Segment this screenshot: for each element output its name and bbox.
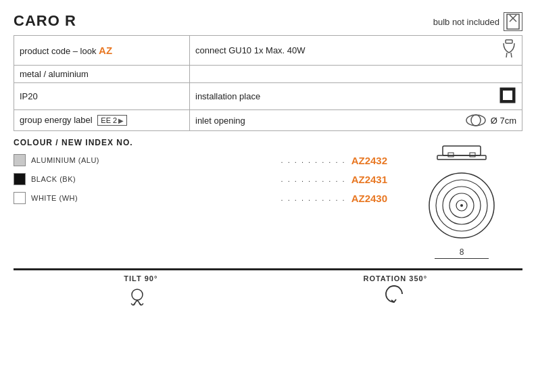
inlet-cell: inlet opening Ø 7cm (190, 110, 522, 131)
black-label: BLACK (BK) (31, 175, 276, 183)
svg-point-20 (132, 289, 143, 300)
tilt-icon (124, 285, 157, 305)
energy-value: EE 2 (101, 116, 117, 124)
info-table: product code – look AZ connect GU10 1x M… (14, 35, 522, 131)
material-right-cell (190, 66, 522, 83)
diagram-svg (408, 138, 516, 246)
bulb-info: bulb not included (433, 12, 522, 31)
product-right-cell: connect GU10 1x Max. 40W (190, 36, 522, 66)
material-cell: metal / aluminium (14, 66, 190, 83)
ip-label: IP20 (20, 91, 38, 101)
white-dots: . . . . . . . . . . (281, 194, 346, 202)
svg-rect-3 (506, 40, 512, 43)
list-item: ALUMINIUM (ALU) . . . . . . . . . . AZ24… (14, 154, 387, 166)
tilt-label: TILT 90° (124, 274, 157, 283)
table-row-product: product code – look AZ connect GU10 1x M… (14, 36, 522, 66)
bulb-icon (504, 12, 522, 31)
bottom-bar: TILT 90° ROTATION 350° (14, 268, 522, 308)
gu10-label: connect GU10 1x Max. 40W (195, 45, 306, 55)
svg-rect-12 (470, 153, 475, 157)
installation-icon (499, 87, 516, 106)
white-az: AZ (351, 193, 365, 204)
black-dots: . . . . . . . . . . (281, 175, 346, 183)
alu-num: 2432 (365, 155, 387, 166)
table-row-energy: group energy label EE 2 ▶ inlet opening (14, 110, 522, 131)
svg-rect-2 (507, 14, 519, 29)
inlet-size: Ø 7cm (491, 116, 516, 126)
white-num: 2430 (365, 193, 387, 204)
energy-badge: EE 2 ▶ (97, 115, 127, 126)
alu-label: ALUMINIUM (ALU) (31, 156, 276, 164)
white-label: WHITE (WH) (31, 194, 276, 202)
alu-swatch (14, 154, 26, 166)
tilt-section: TILT 90° (14, 274, 268, 305)
product-code-label: product code – look (20, 46, 96, 56)
rotation-icon (382, 284, 409, 308)
installation-cell: installation place (190, 83, 522, 110)
black-num: 2431 (365, 174, 387, 185)
svg-point-9 (471, 115, 481, 126)
energy-arrow-icon: ▶ (118, 117, 124, 124)
material-label: metal / aluminium (20, 69, 89, 79)
rotation-section: ROTATION 350° (268, 274, 523, 308)
oval-icon (465, 114, 487, 127)
svg-rect-13 (437, 155, 486, 160)
colour-list: COLOUR / NEW INDEX NO. ALUMINIUM (ALU) .… (14, 138, 387, 259)
svg-rect-7 (503, 91, 512, 100)
lamp-diagram: 8 (401, 138, 522, 259)
tilt-arrows (124, 285, 157, 305)
alu-code: AZ2432 (351, 155, 387, 166)
table-row-ip: IP20 installation place (14, 83, 522, 110)
list-item: BLACK (BK) . . . . . . . . . . AZ2431 (14, 173, 387, 185)
diagram-number: 8 (460, 247, 464, 257)
svg-rect-11 (448, 153, 454, 157)
ip-cell: IP20 (14, 83, 190, 110)
product-code-cell: product code – look AZ (14, 36, 190, 66)
bulb-label: bulb not included (433, 17, 500, 27)
energy-cell: group energy label EE 2 ▶ (14, 110, 190, 131)
table-row-material: metal / aluminium (14, 66, 522, 83)
product-az-highlight: AZ (99, 45, 112, 56)
black-az: AZ (351, 174, 365, 185)
page-title: CARO R (14, 12, 76, 30)
rotation-svg (382, 284, 409, 304)
energy-label: group energy label (20, 115, 93, 125)
colour-section: COLOUR / NEW INDEX NO. ALUMINIUM (ALU) .… (14, 138, 522, 259)
svg-line-5 (511, 53, 512, 57)
svg-point-8 (466, 115, 485, 126)
installation-label: installation place (195, 91, 260, 101)
black-swatch (14, 173, 26, 185)
white-code: AZ2430 (351, 193, 387, 204)
svg-point-19 (460, 204, 463, 207)
inlet-right: Ø 7cm (465, 114, 516, 127)
alu-dots: . . . . . . . . . . (281, 156, 346, 164)
white-swatch (14, 192, 26, 204)
connector-icon (502, 39, 516, 62)
rotation-label: ROTATION 350° (363, 274, 427, 283)
svg-line-4 (506, 53, 507, 57)
list-item: WHITE (WH) . . . . . . . . . . AZ2430 (14, 192, 387, 204)
alu-az: AZ (351, 155, 365, 166)
black-code: AZ2431 (351, 174, 387, 185)
colour-heading: COLOUR / NEW INDEX NO. (14, 138, 387, 147)
inlet-label: inlet opening (195, 116, 245, 126)
